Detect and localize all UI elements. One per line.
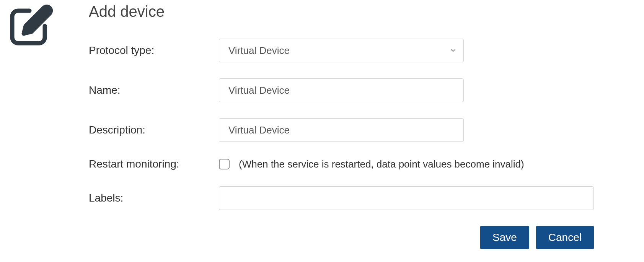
edit-note-icon bbox=[5, 44, 58, 50]
restart-monitoring-help: (When the service is restarted, data poi… bbox=[239, 158, 524, 170]
page-title: Add device bbox=[89, 3, 594, 20]
row-description: Description: bbox=[89, 118, 594, 142]
add-device-form: Add device Protocol type: Virtual Device… bbox=[0, 0, 644, 258]
row-labels: Labels: bbox=[89, 186, 594, 210]
description-input[interactable] bbox=[219, 118, 464, 142]
label-name: Name: bbox=[89, 84, 219, 96]
save-button[interactable]: Save bbox=[480, 226, 529, 249]
labels-input[interactable] bbox=[219, 186, 594, 210]
label-description: Description: bbox=[89, 124, 219, 136]
button-row: Save Cancel bbox=[89, 226, 594, 249]
label-restart-monitoring: Restart monitoring: bbox=[89, 158, 219, 170]
row-name: Name: bbox=[89, 78, 594, 102]
cancel-button[interactable]: Cancel bbox=[536, 226, 594, 249]
label-protocol-type: Protocol type: bbox=[89, 44, 219, 57]
row-restart-monitoring: Restart monitoring: (When the service is… bbox=[89, 158, 594, 170]
protocol-type-select[interactable]: Virtual Device bbox=[219, 39, 464, 62]
restart-monitoring-checkbox[interactable] bbox=[219, 159, 230, 169]
protocol-type-select-wrap: Virtual Device bbox=[219, 39, 464, 62]
icon-column bbox=[5, 3, 89, 50]
restart-monitoring-field: (When the service is restarted, data poi… bbox=[219, 158, 594, 170]
content-column: Add device Protocol type: Virtual Device… bbox=[89, 3, 640, 249]
row-protocol-type: Protocol type: Virtual Device bbox=[89, 39, 594, 62]
label-labels: Labels: bbox=[89, 192, 219, 204]
name-input[interactable] bbox=[219, 78, 464, 102]
